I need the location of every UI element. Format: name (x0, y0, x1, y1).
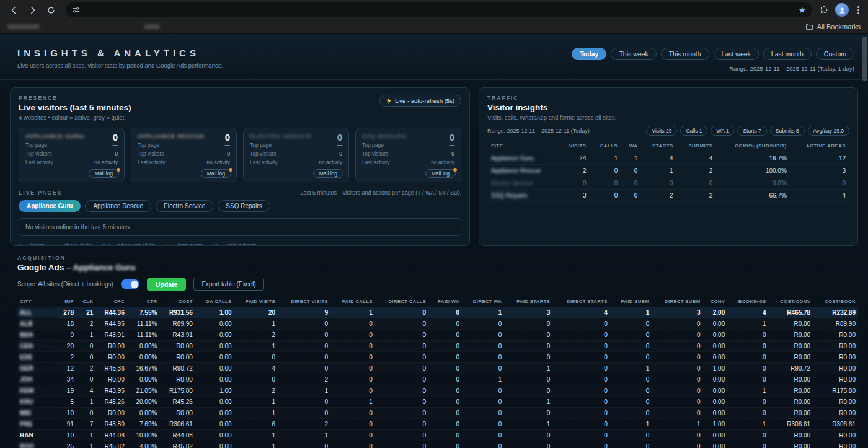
traffic-pill[interactable]: Visits 29 (646, 126, 677, 136)
table-cell: 0 (641, 177, 676, 190)
address-bar[interactable]: ★ (66, 2, 812, 17)
table-cell: 0 (621, 177, 641, 190)
stat-label: Top visitors (362, 151, 389, 157)
table-cell: 0 (652, 374, 702, 385)
mail-log-button[interactable]: Mail log (201, 169, 231, 178)
table-cell: 0 (727, 396, 768, 407)
table-cell: 0 (428, 340, 462, 351)
table-cell: 0 (330, 418, 375, 429)
table-cell: 0 (727, 340, 768, 351)
table-cell: 278 (57, 307, 76, 318)
traffic-summary-pills: Visits 29Calls 1WA 1Starts 7Submits 8Avg… (646, 126, 849, 136)
table-cell: 0.00 (702, 429, 727, 441)
browser-menu-icon[interactable] (855, 4, 862, 17)
period-button-today[interactable]: Today (572, 48, 606, 60)
column-header: COST/CONV (769, 297, 813, 307)
stat-value: — (113, 142, 118, 148)
column-header: COST (159, 297, 195, 307)
extensions-icon[interactable] (820, 6, 829, 15)
table-cell: 0 (234, 351, 278, 362)
period-button-last-week[interactable]: Last week (714, 48, 759, 60)
table-cell: 0.00 (195, 351, 234, 362)
traffic-pill[interactable]: Submits 8 (770, 126, 805, 136)
table-cell: 0 (278, 396, 330, 407)
live-page-tab-ssq-repairs[interactable]: SSQ Repairs (218, 200, 270, 212)
page-title: INSIGHTS & ANALYTICS (17, 48, 223, 58)
table-row: Electro Service000000.0%0 (487, 177, 849, 190)
table-cell: 34 (57, 374, 76, 385)
profile-avatar[interactable] (835, 3, 849, 17)
table-cell: 1 (621, 152, 641, 165)
table-cell: 0 (610, 329, 652, 340)
live-refresh-button[interactable]: Live - auto-refresh (5s) (379, 95, 461, 107)
city-cell: ROO (17, 441, 57, 448)
traffic-table: SITEVISITSCALLSWASTARTSSUBMITSCONV% (SUB… (487, 141, 849, 202)
table-cell: 16.67% (127, 362, 160, 374)
column-header: STARTS (641, 141, 676, 152)
live-page-tab-appliance-rescue[interactable]: Appliance Rescue (85, 200, 151, 212)
table-cell: 0 (610, 429, 652, 441)
table-cell: 0 (727, 362, 768, 374)
table-cell: 0 (375, 340, 428, 351)
traffic-pill[interactable]: WA 1 (711, 126, 734, 136)
period-button-custom[interactable]: Custom (816, 48, 854, 60)
bookmark-star-icon[interactable]: ★ (798, 6, 806, 14)
live-page-tab-appliance-guru[interactable]: Appliance Guru (19, 200, 81, 212)
period-button-this-month[interactable]: This month (661, 48, 709, 60)
forward-icon[interactable] (25, 2, 40, 17)
site-cell: SSQ Repairs (487, 190, 559, 202)
table-cell: 18 (57, 318, 76, 329)
city-cell: KRU (17, 396, 57, 407)
table-cell: 0 (330, 329, 375, 340)
table-cell: 20 (57, 340, 76, 351)
stat-value: no activity (319, 159, 342, 165)
column-header: CALLS (590, 141, 621, 152)
table-cell: 0 (428, 407, 462, 418)
all-bookmarks-button[interactable]: All Bookmarks (805, 23, 861, 31)
bookmark-item-redacted[interactable] (7, 24, 40, 29)
page-scrollbar[interactable] (862, 35, 867, 447)
scope-toggle[interactable] (121, 279, 140, 289)
table-cell: R232.89 (813, 307, 858, 318)
traffic-pill[interactable]: Avg/day 29.0 (808, 126, 849, 136)
live-page-tab-electro-service[interactable]: Electro Service (156, 200, 213, 212)
table-cell: 0.00 (702, 441, 727, 448)
table-cell: 0 (590, 177, 621, 190)
table-cell: 0 (610, 407, 652, 418)
scrollbar-thumb[interactable] (862, 37, 867, 81)
table-cell: 0 (428, 418, 462, 429)
table-cell: 0 (375, 318, 428, 329)
update-button[interactable]: Update (147, 278, 187, 291)
table-cell: R306.61 (769, 418, 813, 429)
table-cell: 0 (652, 318, 702, 329)
mail-log-button[interactable]: Mail log (89, 169, 119, 178)
table-cell: 0 (504, 441, 552, 448)
mail-log-button[interactable]: Mail log (425, 169, 456, 178)
table-cell: 0 (462, 385, 504, 396)
table-cell: R0.00 (769, 351, 813, 362)
export-excel-button[interactable]: Export table (Excel) (193, 278, 264, 291)
acquisition-title: Google Ads – Appliance Guru (17, 263, 858, 272)
back-icon[interactable] (6, 2, 21, 17)
period-button-last-month[interactable]: Last month (763, 48, 812, 60)
refresh-icon[interactable] (43, 2, 58, 17)
table-cell: 1 (610, 418, 652, 429)
table-cell: 24 (559, 152, 590, 165)
legend-item: ST = form starts (165, 242, 203, 246)
bookmark-item-redacted[interactable] (144, 24, 160, 29)
traffic-pill[interactable]: Calls 1 (680, 126, 707, 136)
stat-value: 0 (339, 151, 342, 157)
mail-log-button[interactable]: Mail log (313, 169, 343, 178)
traffic-pill[interactable]: Starts 7 (737, 126, 766, 136)
table-cell: 2 (559, 165, 590, 177)
city-cell: MID (17, 407, 57, 418)
period-button-this-week[interactable]: This week (611, 48, 656, 60)
table-cell: R465.78 (769, 307, 813, 318)
table-cell: R0.00 (159, 374, 195, 385)
table-cell: 0 (610, 318, 652, 329)
table-cell: 0 (278, 318, 330, 329)
table-cell: 21.05% (127, 385, 160, 396)
table-cell: R0.00 (95, 407, 127, 418)
table-cell: 0 (727, 329, 768, 340)
site-settings-icon[interactable] (72, 6, 81, 14)
